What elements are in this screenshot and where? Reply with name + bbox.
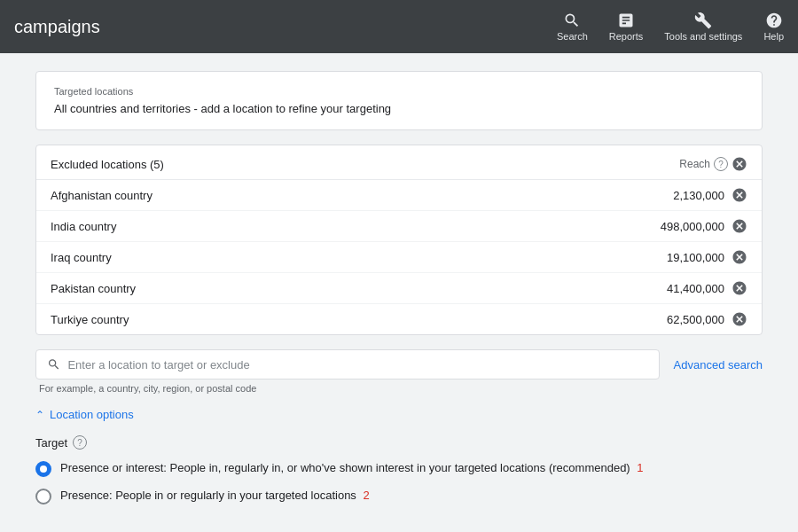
location-reach: 62,500,000 [667, 311, 747, 327]
location-options-label: Location options [50, 408, 134, 421]
reach-header: Reach ? [679, 156, 747, 172]
reach-value: 498,000,000 [661, 220, 724, 233]
remove-icon[interactable] [732, 187, 747, 203]
targeted-locations-card: Targeted locations All countries and ter… [35, 71, 763, 130]
main-content: Targeted locations All countries and ter… [0, 53, 798, 532]
location-name: India country [51, 220, 116, 233]
option-2-number: 2 [363, 489, 369, 502]
remove-icon[interactable] [732, 311, 747, 327]
reach-label: Reach [679, 158, 710, 170]
nav-help-label: Help [763, 31, 784, 42]
nav-help[interactable]: Help [763, 12, 784, 42]
reach-value: 2,130,000 [673, 189, 724, 202]
option-1-number: 1 [637, 461, 643, 474]
target-label: Target ? [35, 435, 763, 450]
location-name: Iraq country [51, 251, 112, 264]
search-section: For example, a country, city, region, or… [35, 349, 763, 394]
reports-icon [617, 12, 635, 29]
target-help-icon[interactable]: ? [73, 435, 87, 450]
radio-option-1-content: Presence or interest: People in, regular… [60, 460, 644, 476]
location-name: Pakistan country [51, 282, 136, 295]
reach-value: 19,100,000 [667, 251, 724, 264]
tools-icon [694, 12, 712, 29]
table-row: Pakistan country 41,400,000 [36, 273, 762, 304]
targeted-locations-label: Targeted locations [54, 86, 744, 97]
nav-search-label: Search [557, 31, 588, 42]
search-icon [563, 12, 581, 29]
remove-icon[interactable] [732, 218, 747, 234]
location-reach: 498,000,000 [661, 218, 747, 234]
search-box-icon [47, 357, 60, 372]
reach-help-icon[interactable]: ? [714, 157, 728, 171]
radio-label-2: Presence: People in or regularly in your… [60, 489, 356, 502]
excluded-locations-card: Excluded locations (5) Reach ? Afghanist… [35, 145, 763, 335]
radio-button-1[interactable] [35, 461, 51, 477]
location-name: Afghanistan country [51, 189, 153, 202]
table-row: Iraq country 19,100,000 [36, 242, 762, 273]
radio-label-1: Presence or interest: People in, regular… [60, 461, 630, 474]
help-icon [765, 12, 783, 29]
nav-reports[interactable]: Reports [609, 12, 644, 42]
reach-value: 41,400,000 [667, 282, 724, 295]
radio-button-2[interactable] [35, 489, 51, 505]
table-row: India country 498,000,000 [36, 211, 762, 242]
nav-reports-label: Reports [609, 31, 644, 42]
remove-icon[interactable] [732, 280, 747, 296]
radio-option-2[interactable]: Presence: People in or regularly in your… [35, 488, 763, 505]
nav-tools-label: Tools and settings [664, 31, 742, 42]
app-title: campaigns [14, 17, 100, 37]
table-row: Turkiye country 62,500,000 [36, 304, 762, 334]
advanced-search-link[interactable]: Advanced search [674, 349, 763, 372]
search-hint: For example, a country, city, region, or… [35, 383, 660, 394]
remove-icon[interactable] [732, 249, 747, 265]
radio-option-1[interactable]: Presence or interest: People in, regular… [35, 460, 763, 477]
header-close-icon [732, 156, 747, 172]
target-section: Target ? Presence or interest: People in… [35, 435, 763, 505]
table-row: Afghanistan country 2,130,000 [36, 180, 762, 211]
nav-tools[interactable]: Tools and settings [664, 12, 742, 42]
location-reach: 2,130,000 [673, 187, 747, 203]
radio-option-2-content: Presence: People in or regularly in your… [60, 488, 370, 504]
search-box[interactable] [35, 349, 660, 379]
top-navigation: campaigns Search Reports Tools and setti… [0, 0, 798, 53]
excluded-locations-header: Excluded locations (5) Reach ? [36, 145, 762, 180]
nav-search[interactable]: Search [557, 12, 588, 42]
reach-value: 62,500,000 [667, 313, 724, 326]
location-search-input[interactable] [67, 358, 647, 372]
location-reach: 19,100,000 [667, 249, 747, 265]
chevron-down-icon: ⌃ [35, 409, 44, 421]
location-reach: 41,400,000 [667, 280, 747, 296]
targeted-locations-value: All countries and territories - add a lo… [54, 102, 744, 115]
location-name: Turkiye country [51, 313, 129, 326]
nav-actions: Search Reports Tools and settings Help [557, 12, 784, 42]
excluded-locations-title: Excluded locations (5) [51, 158, 164, 171]
target-text: Target [35, 436, 67, 450]
search-wrapper: For example, a country, city, region, or… [35, 349, 660, 394]
location-options-toggle[interactable]: ⌃ Location options [35, 408, 763, 421]
